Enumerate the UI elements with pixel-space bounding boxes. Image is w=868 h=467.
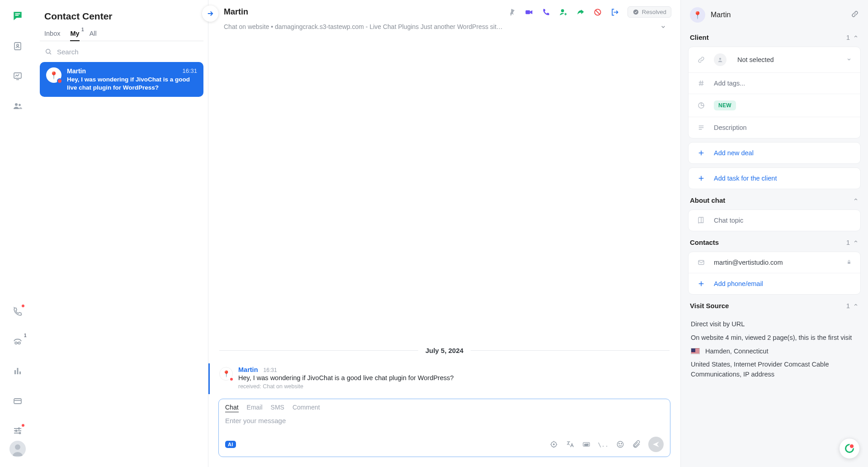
chevron-up-icon[interactable]: [853, 33, 859, 41]
section-label: Visit Source: [690, 302, 846, 310]
add-deal-button[interactable]: Add new deal: [689, 143, 860, 163]
svg-point-7: [15, 342, 17, 344]
section-count: 1: [846, 33, 850, 41]
chevron-down-icon[interactable]: [660, 23, 667, 30]
svg-rect-10: [17, 368, 18, 374]
forward-icon[interactable]: [576, 8, 585, 17]
audio-call-icon[interactable]: [542, 8, 551, 17]
resolved-button[interactable]: Resolved: [627, 6, 671, 18]
section-contacts-title[interactable]: Contacts 1: [681, 233, 868, 250]
chevron-up-icon[interactable]: [853, 302, 859, 310]
chevron-up-icon[interactable]: [853, 238, 859, 246]
slash-command-icon[interactable]: \..: [598, 441, 609, 448]
plus-icon: [697, 149, 706, 157]
chat-widget-button[interactable]: [839, 438, 860, 459]
svg-point-22: [633, 10, 638, 14]
rail-settings-icon[interactable]: [8, 421, 28, 441]
section-about-title[interactable]: About chat: [681, 191, 868, 208]
send-button[interactable]: [648, 437, 664, 452]
conversation-body: Martin 16:31 Hey, I was wondering if Jiv…: [67, 67, 197, 91]
svg-point-30: [719, 58, 722, 60]
leave-icon[interactable]: [610, 8, 619, 17]
add-deal-card: Add new deal: [688, 142, 861, 164]
chat-subheader[interactable]: Chat on website • damagingcrack.s3-taste…: [208, 21, 680, 36]
target-icon[interactable]: [549, 440, 558, 449]
tab-inbox[interactable]: Inbox: [44, 30, 60, 41]
rail-reports-icon[interactable]: [8, 361, 28, 381]
book-icon: [697, 216, 706, 224]
svg-rect-1: [15, 15, 19, 16]
hash-icon: [697, 79, 706, 87]
visit-location: Hamden, Connecticut: [705, 348, 768, 355]
client-panel: 📍 Martin Client 1 Not selected Add tags.…: [681, 0, 868, 467]
collapse-arrow-button[interactable]: [202, 5, 218, 22]
date-separator: July 5, 2024: [219, 347, 670, 354]
block-icon[interactable]: [593, 8, 602, 17]
ai-button[interactable]: AI: [225, 441, 236, 448]
emoji-icon[interactable]: [616, 440, 625, 449]
description-row[interactable]: Description: [689, 117, 860, 138]
contact-email-row[interactable]: martin@vertistudio.com: [689, 252, 860, 273]
pin-icon[interactable]: [507, 8, 516, 17]
user-avatar[interactable]: [9, 441, 26, 457]
add-user-icon[interactable]: [559, 8, 568, 17]
rail-billing-icon[interactable]: [8, 391, 28, 411]
tags-row[interactable]: Add tags...: [689, 72, 860, 94]
svg-point-13: [18, 428, 19, 429]
attachment-icon[interactable]: [632, 440, 641, 449]
search-input[interactable]: [57, 48, 199, 56]
visit-line2: On website 4 min, viewed 2 page(s), this…: [691, 333, 858, 343]
translate-icon[interactable]: [566, 440, 575, 449]
rail-calls-icon[interactable]: [8, 301, 28, 321]
gif-icon[interactable]: GIF: [582, 440, 591, 449]
contacts-card: martin@vertistudio.com Add phone/email: [688, 252, 861, 295]
rail-dashboard-icon[interactable]: [8, 66, 28, 86]
chat-header: Martin Resolved: [208, 0, 680, 21]
assignee-row[interactable]: Not selected: [689, 47, 860, 72]
tab-all[interactable]: All: [90, 30, 97, 41]
contact-email: martin@vertistudio.com: [714, 259, 838, 266]
svg-point-5: [15, 103, 18, 106]
copy-link-icon[interactable]: [851, 10, 859, 20]
visit-details: United States, Internet Provider Comcast…: [691, 360, 858, 380]
composer-tab-comment[interactable]: Comment: [292, 404, 320, 412]
tab-my-label: My: [70, 30, 79, 37]
composer-tab-email[interactable]: Email: [247, 404, 263, 412]
location-pin-icon: 📍: [693, 11, 702, 19]
composer-tab-sms[interactable]: SMS: [271, 404, 284, 412]
presence-dot-icon: [57, 78, 62, 84]
flag-us-icon: [691, 348, 700, 354]
tab-my[interactable]: My 1: [70, 30, 79, 41]
visit-line1: Direct visit by URL: [691, 319, 858, 329]
rail-badge: 1: [24, 333, 27, 338]
pie-icon: [697, 101, 706, 110]
conversation-name: Martin: [67, 67, 86, 75]
conversation-card[interactable]: 📍 Martin 16:31 Hey, I was wondering if J…: [40, 62, 203, 97]
conversation-preview: Hey, I was wondering if JivoChat is a go…: [67, 76, 197, 91]
section-visit-title[interactable]: Visit Source 1: [681, 296, 868, 313]
app-logo-icon[interactable]: [8, 6, 28, 26]
tab-my-badge: 1: [81, 27, 84, 32]
video-call-icon[interactable]: [524, 8, 533, 17]
rail-incognito-icon[interactable]: 1: [8, 331, 28, 351]
plus-icon: [697, 174, 706, 182]
add-task-button[interactable]: Add task for the client: [689, 168, 860, 189]
rail-team-icon[interactable]: [8, 96, 28, 116]
add-contact-button[interactable]: Add phone/email: [689, 273, 860, 294]
chat-topic-placeholder: Chat topic: [714, 217, 852, 224]
section-label: About chat: [690, 196, 853, 204]
chat-topic-row[interactable]: Chat topic: [689, 210, 860, 231]
composer-tab-chat[interactable]: Chat: [225, 404, 239, 412]
assignee-value: Not selected: [737, 56, 838, 63]
status-row[interactable]: NEW: [689, 94, 860, 117]
message-input[interactable]: [225, 417, 664, 434]
message-text: Hey, I was wondering if JivoChat is a go…: [238, 374, 454, 381]
about-card: Chat topic: [688, 210, 861, 231]
svg-rect-12: [14, 399, 21, 404]
svg-point-18: [46, 49, 50, 53]
chat-title: Martin: [224, 7, 501, 17]
rail-contacts-icon[interactable]: [8, 36, 28, 56]
section-client-title[interactable]: Client 1: [681, 28, 868, 45]
chevron-up-icon[interactable]: [853, 196, 859, 204]
add-contact-label: Add phone/email: [714, 280, 852, 287]
